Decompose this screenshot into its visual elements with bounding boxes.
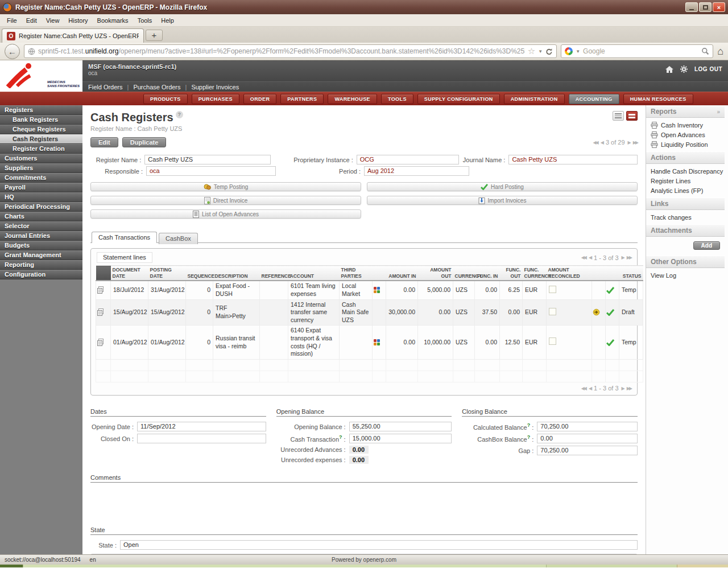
bookmark-star-icon[interactable]: ☆ xyxy=(528,46,535,56)
table-next-icon[interactable]: ▶ xyxy=(622,255,624,260)
report-open-advances[interactable]: Open Advances xyxy=(646,130,725,139)
sidebar-item-selector[interactable]: Selector xyxy=(0,221,82,231)
nav-accounting[interactable]: ACCOUNTING xyxy=(569,94,619,104)
table-prev-icon[interactable]: ◀ xyxy=(589,255,591,260)
action-handle-cash-discrepancy[interactable]: Handle Cash Discrepancy xyxy=(646,166,725,176)
url-bar[interactable]: sprint5-rc1.test.unifield.org/openerp/me… xyxy=(24,44,557,58)
nav-human-resources[interactable]: HUMAN RESOURCES xyxy=(623,94,693,104)
pager-prev-icon[interactable]: ◀ xyxy=(601,140,603,145)
sidebar-item-commitments[interactable]: Commitments xyxy=(0,173,82,183)
sidebar-item-bank-registers[interactable]: Bank Registers xyxy=(0,115,82,125)
tab-cash-transactions[interactable]: Cash Transactions xyxy=(92,232,157,243)
table-last-icon[interactable]: ▶▶ xyxy=(627,255,631,260)
import-invoices-button[interactable]: Import Invoices xyxy=(367,196,638,205)
reload-icon[interactable] xyxy=(545,48,553,55)
nav-products[interactable]: PRODUCTS xyxy=(143,94,188,104)
action-register-lines[interactable]: Register Lines xyxy=(646,176,725,186)
search-box[interactable]: ▼ Google xyxy=(561,44,713,58)
menu-bookmarks[interactable]: Bookmarks xyxy=(93,15,133,26)
nav-warehouse[interactable]: WAREHOUSE xyxy=(328,94,377,104)
add-attachment-button[interactable]: Add xyxy=(693,241,720,250)
table-row[interactable]: 01/Aug/2012 01/Aug/2012 0 Russian transi… xyxy=(96,326,643,360)
sidebar-item-budgets[interactable]: Budgets xyxy=(0,241,82,250)
table-first-icon[interactable]: ◀◀ xyxy=(581,255,586,260)
browser-home-icon[interactable]: ⌂ xyxy=(717,46,723,57)
title-help-icon[interactable]: ? xyxy=(176,111,183,118)
table-row[interactable]: 15/Aug/2012 15/Aug/2012 0 TRF Main>Petty… xyxy=(96,299,643,326)
browser-tab[interactable]: O Register Name:Cash Petty UZS - OpenERP xyxy=(2,28,144,43)
menu-edit[interactable]: Edit xyxy=(22,15,42,26)
search-magnifier-icon[interactable] xyxy=(701,47,709,55)
menu-help[interactable]: Help xyxy=(156,15,179,26)
comments-body[interactable] xyxy=(90,488,638,526)
collapse-chevron-icon[interactable]: » xyxy=(717,109,720,115)
link-track-changes[interactable]: Track changes xyxy=(646,212,725,222)
nav-purchases[interactable]: PURCHASES xyxy=(192,94,239,104)
sidebar-item-customers[interactable]: Customers xyxy=(0,154,82,163)
close-button[interactable]: × xyxy=(713,2,725,12)
nav-administration[interactable]: ADMINISTRATION xyxy=(504,94,565,104)
temp-posting-button[interactable]: Temp Posting xyxy=(90,182,361,191)
maximize-button[interactable] xyxy=(699,2,712,12)
reconciled-checkbox[interactable] xyxy=(549,337,556,345)
period-field[interactable]: Aug 2012 xyxy=(364,166,469,176)
nav-tools[interactable]: TOOLS xyxy=(381,94,413,104)
sidebar-item-charts[interactable]: Charts xyxy=(0,212,82,221)
duplicate-line-icon[interactable] xyxy=(97,308,104,316)
sidebar-item-reporting[interactable]: Reporting xyxy=(0,260,82,270)
new-tab-button[interactable]: + xyxy=(146,30,163,41)
reconciled-checkbox[interactable] xyxy=(549,308,556,315)
nav-partners[interactable]: PARTNERS xyxy=(280,94,324,104)
sidebar-item-journal-entries[interactable]: Journal Entries xyxy=(0,231,82,241)
pager-first-icon[interactable]: ◀◀ xyxy=(593,140,597,145)
report-cash-inventory[interactable]: Cash Inventory xyxy=(646,120,725,130)
sidebar-item-hq[interactable]: HQ xyxy=(0,192,82,202)
direct-invoice-button[interactable]: Direct Invoice xyxy=(90,196,361,205)
sidebar-item-register-creation[interactable]: Register Creation xyxy=(0,144,82,154)
duplicate-line-icon[interactable] xyxy=(97,286,104,294)
nav-supply-configuration[interactable]: SUPPLY CONFIGURATION xyxy=(417,94,500,104)
menu-file[interactable]: File xyxy=(2,15,22,26)
reconciled-checkbox[interactable] xyxy=(549,286,556,293)
sidebar-item-payroll[interactable]: Payroll xyxy=(0,183,82,192)
form-view-icon[interactable] xyxy=(626,111,638,121)
hard-posting-button[interactable]: Hard Posting xyxy=(367,182,638,191)
menu-tools[interactable]: Tools xyxy=(133,15,157,26)
open-advances-button[interactable]: List of Open Advances xyxy=(90,209,361,219)
responsible-field[interactable]: oca xyxy=(146,166,276,176)
duplicate-button[interactable]: Duplicate xyxy=(122,137,167,147)
back-button[interactable]: ← xyxy=(5,44,20,59)
sidebar-item-registers[interactable]: Registers xyxy=(0,105,82,115)
nav-order[interactable]: ORDER xyxy=(243,94,277,104)
edit-button[interactable]: Edit xyxy=(90,137,118,147)
minimize-button[interactable] xyxy=(685,2,698,12)
app-settings-gear-icon[interactable] xyxy=(680,65,688,73)
list-view-icon[interactable] xyxy=(613,111,624,121)
menu-view[interactable]: View xyxy=(42,15,64,26)
duplicate-line-icon[interactable] xyxy=(97,339,104,346)
report-liquidity-position[interactable]: Liquidity Position xyxy=(646,139,725,149)
sidebar-item-periodical-processing[interactable]: Periodical Processing xyxy=(0,202,82,212)
quick-link-supplier-invoices[interactable]: Supplier Invoices xyxy=(191,84,239,90)
action-analytic-lines[interactable]: Analytic Lines (FP) xyxy=(646,186,725,195)
pager-next-icon[interactable]: ▶ xyxy=(628,140,630,145)
sidebar-item-cash-registers[interactable]: Cash Registers xyxy=(0,134,82,144)
app-home-icon[interactable] xyxy=(665,66,673,73)
sidebar-item-configuration[interactable]: Configuration xyxy=(0,270,82,279)
sidebar-item-suppliers[interactable]: Suppliers xyxy=(0,163,82,173)
quick-link-purchase-orders[interactable]: Purchase Orders xyxy=(133,84,180,90)
quick-link-field-orders[interactable]: Field Orders xyxy=(88,84,123,90)
journal-name-field[interactable]: Cash Petty UZS xyxy=(508,155,638,164)
sidebar-item-grant-management[interactable]: Grant Management xyxy=(0,250,82,260)
proprietary-instance-field[interactable]: OCG xyxy=(357,155,459,164)
sidebar-item-cheque-registers[interactable]: Cheque Registers xyxy=(0,125,82,134)
tab-cashbox[interactable]: CashBox xyxy=(159,233,198,244)
menu-history[interactable]: History xyxy=(64,15,92,26)
pending-action-icon[interactable] xyxy=(593,308,600,316)
table-row[interactable]: 18/Jul/2012 31/Aug/2012 0 Expat Food - D… xyxy=(96,281,643,299)
option-view-log[interactable]: View Log xyxy=(646,270,725,280)
url-dropdown-icon[interactable]: ▼ xyxy=(538,49,543,54)
pager-last-icon[interactable]: ▶▶ xyxy=(633,140,638,145)
logout-button[interactable]: LOG OUT xyxy=(694,66,722,72)
search-engine-dropdown-icon[interactable]: ▼ xyxy=(576,49,580,54)
